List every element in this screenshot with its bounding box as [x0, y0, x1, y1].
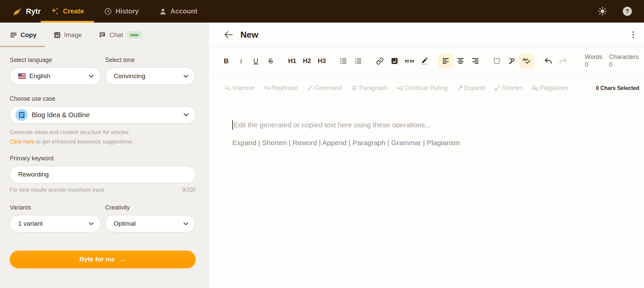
tab-copy[interactable]: Copy [10, 31, 37, 39]
bold-button[interactable]: B [219, 54, 234, 68]
primary-keyword-input[interactable] [10, 166, 196, 183]
ryte-for-me-button[interactable]: Ryte for me → [10, 251, 196, 268]
nav-create[interactable]: Create [41, 0, 94, 23]
image-icon [54, 31, 61, 39]
language-value: English [29, 72, 50, 80]
counters: Words 0 Characters 0 [585, 53, 640, 69]
text-caret [232, 120, 233, 130]
back-arrow-icon[interactable] [224, 31, 233, 38]
sidebar: Copy Image [0, 23, 209, 288]
undo-button[interactable] [541, 54, 555, 68]
tone-select[interactable]: Convincing [105, 67, 196, 85]
select-all-button[interactable] [489, 54, 504, 68]
redo-button[interactable] [555, 54, 570, 68]
link-button[interactable] [372, 54, 387, 68]
tab-chat-label: Chat [109, 31, 123, 39]
heading3-button[interactable]: H3 [314, 54, 329, 68]
variants-label: Variants [10, 204, 101, 211]
brand-logo[interactable]: Rytr [12, 6, 41, 17]
tab-chat[interactable]: Chat new [99, 31, 142, 39]
main-panel: New B i U S H1 H2 H3 123 [209, 23, 644, 288]
help-icon[interactable]: ? [623, 7, 632, 16]
op-improve-label: Improve [233, 85, 255, 92]
blockquote-button[interactable]: ”” [402, 54, 417, 68]
primary-keyword-label: Primary keyword [10, 155, 195, 162]
ordered-list-button[interactable]: 123 [351, 54, 366, 68]
chars-selected-counter: 0 Chars Selected [596, 85, 639, 91]
op-continue-ryting[interactable]: Continue Ryting [397, 85, 447, 92]
strikethrough-button[interactable]: S [263, 54, 278, 68]
svg-text:3: 3 [355, 62, 356, 64]
op-expand[interactable]: Expand [456, 85, 485, 92]
chevron-down-icon [183, 113, 189, 117]
operations-toolbar: Improve Rephrase Command Paragraph Conti… [209, 75, 644, 101]
op-plagiarism[interactable]: Plagiarism [532, 85, 568, 92]
brand-name: Rytr [26, 7, 41, 16]
op-plagiarism-label: Plagiarism [540, 85, 568, 92]
clear-format-button[interactable] [504, 54, 519, 68]
sparkles-icon [51, 7, 60, 16]
placeholder-text: Edit the generated or copied text here u… [234, 121, 431, 129]
op-command-label: Command [314, 85, 342, 92]
creativity-label: Creativity [105, 204, 196, 211]
history-icon [104, 7, 112, 15]
variants-select[interactable]: 1 variant [10, 215, 101, 232]
align-center-button[interactable] [453, 54, 468, 68]
us-flag-icon [18, 73, 26, 79]
chevron-down-icon [183, 75, 188, 78]
chat-icon [99, 31, 106, 39]
italic-button[interactable]: i [234, 54, 248, 68]
op-continue-ryting-label: Continue Ryting [404, 85, 447, 92]
highlight-pen-button[interactable] [417, 54, 432, 68]
tone-value: Convincing [114, 72, 145, 80]
op-improve[interactable]: Improve [225, 85, 255, 92]
op-paragraph[interactable]: Paragraph [351, 85, 387, 92]
heading1-button[interactable]: H1 [285, 54, 300, 68]
tone-label: Select tone [105, 57, 196, 64]
align-left-button[interactable] [438, 54, 453, 68]
words-label: Words [585, 53, 602, 61]
blog-doc-icon [15, 109, 28, 121]
sidebar-tabs: Copy Image [0, 23, 208, 47]
chevron-down-icon [89, 75, 94, 78]
editor-placeholder-line1: Edit the generated or copied text here u… [232, 120, 631, 130]
click-here-link[interactable]: Click here [10, 138, 34, 145]
tab-image[interactable]: Image [54, 31, 82, 39]
op-rephrase[interactable]: Rephrase [264, 85, 298, 92]
svg-text:abc: abc [522, 57, 529, 61]
theme-toggle-icon[interactable] [598, 6, 607, 16]
chevron-down-icon [183, 222, 188, 225]
creativity-select[interactable]: Optimal [105, 215, 196, 232]
chevron-down-icon [89, 222, 94, 225]
keyword-helper-row: For best results provide maximum input 9… [10, 187, 196, 193]
op-rephrase-label: Rephrase [271, 85, 298, 92]
keyword-char-counter: 9/200 [182, 187, 196, 193]
align-right-button[interactable] [468, 54, 483, 68]
arrow-right-icon: → [119, 255, 126, 263]
document-header: New [209, 23, 644, 47]
bullet-list-button[interactable] [336, 54, 351, 68]
language-select[interactable]: English [10, 67, 101, 85]
use-case-label: Choose use case [10, 95, 195, 102]
kebab-menu-icon[interactable] [629, 28, 638, 41]
op-command[interactable]: Command [307, 85, 342, 92]
underline-button[interactable]: U [248, 54, 263, 68]
chat-new-badge: new [126, 31, 142, 39]
cta-label: Ryte for me [79, 256, 115, 263]
use-case-select[interactable]: Blog Idea & Outline [10, 106, 196, 124]
spellcheck-button[interactable]: abc [519, 54, 534, 68]
nav-history[interactable]: History [94, 0, 149, 23]
op-shorten[interactable]: Shorten [494, 85, 523, 92]
tab-image-label: Image [64, 31, 82, 39]
language-label: Select language [10, 57, 101, 64]
creativity-value: Optimal [114, 220, 136, 227]
op-paragraph-label: Paragraph [359, 85, 387, 92]
editor-placeholder-line2: Expand | Shorten | Reword | Append | Par… [232, 139, 631, 147]
nav-account[interactable]: Account [149, 0, 207, 23]
brand-logo-icon [12, 6, 23, 17]
text-editor[interactable]: Edit the generated or copied text here u… [209, 101, 644, 147]
heading2-button[interactable]: H2 [300, 54, 314, 68]
insert-image-button[interactable] [387, 54, 402, 68]
sidebar-form: Select language English [0, 47, 208, 268]
use-case-value: Blog Idea & Outline [32, 111, 90, 119]
